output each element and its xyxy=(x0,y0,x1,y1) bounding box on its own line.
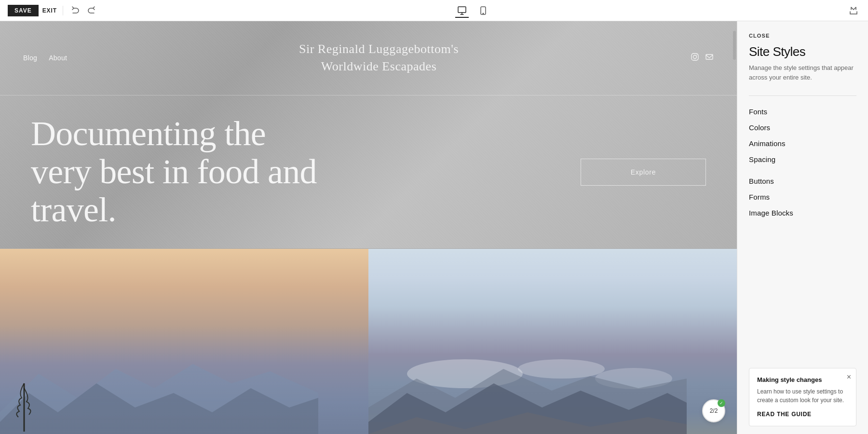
desktop-view-button[interactable] xyxy=(455,3,469,18)
nav-icons xyxy=(691,53,714,63)
image-block-right xyxy=(368,249,737,434)
site-title: Sir Reginald Luggagebottom'sWorldwide Es… xyxy=(299,41,459,76)
hero-content: Documenting the very best in food and tr… xyxy=(0,95,737,249)
svg-point-4 xyxy=(693,55,696,59)
share-button[interactable] xyxy=(847,4,860,17)
redo-icon xyxy=(87,6,96,15)
toolbar: SAVE EXIT xyxy=(0,0,868,21)
site-preview: Blog About Sir Reginald Luggagebottom'sW… xyxy=(0,21,737,434)
nav-item-colors[interactable]: Colors xyxy=(749,120,856,136)
info-box-title: Making style changes xyxy=(757,376,848,383)
exit-button[interactable]: EXIT xyxy=(42,7,57,14)
nav-item-image-blocks[interactable]: Image Blocks xyxy=(749,205,856,221)
explore-button[interactable]: Explore xyxy=(581,159,706,186)
nav-item-fonts[interactable]: Fonts xyxy=(749,104,856,120)
save-button[interactable]: SAVE xyxy=(8,5,39,16)
toolbar-right xyxy=(847,4,860,17)
panel-header: CLOSE Site Styles Manage the style setti… xyxy=(737,21,868,95)
desktop-icon xyxy=(457,5,467,15)
redo-button[interactable] xyxy=(85,4,98,17)
tree-silhouette xyxy=(14,374,34,432)
svg-rect-6 xyxy=(706,54,713,59)
email-icon[interactable] xyxy=(705,53,714,63)
preview-area[interactable]: Blog About Sir Reginald Luggagebottom'sW… xyxy=(0,21,737,434)
svg-point-10 xyxy=(518,359,605,379)
right-panel: CLOSE Site Styles Manage the style setti… xyxy=(737,21,868,434)
nav-item-animations[interactable]: Animations xyxy=(749,136,856,151)
panel-title: Site Styles xyxy=(749,44,856,59)
nav-links: Blog About xyxy=(23,54,67,62)
nav-link-about[interactable]: About xyxy=(49,54,67,62)
hero-headline: Documenting the very best in food and tr… xyxy=(31,115,320,230)
nav-item-spacing[interactable]: Spacing xyxy=(749,151,856,167)
page-counter-label: 2/2 xyxy=(710,407,718,414)
mountain-left-svg xyxy=(0,345,318,434)
share-icon xyxy=(849,6,858,15)
main-area: Blog About Sir Reginald Luggagebottom'sW… xyxy=(0,21,868,434)
info-box-close-button[interactable]: × xyxy=(847,373,851,381)
close-button[interactable]: CLOSE xyxy=(749,33,770,39)
hero-section: Blog About Sir Reginald Luggagebottom'sW… xyxy=(0,21,737,248)
panel-spacer xyxy=(737,229,868,360)
info-box: × Making style changes Learn how to use … xyxy=(749,368,856,426)
toolbar-center xyxy=(102,3,843,18)
mobile-icon xyxy=(478,6,488,15)
nav-item-buttons[interactable]: Buttons xyxy=(749,173,856,189)
counter-check-icon: ✓ xyxy=(718,399,725,407)
mobile-view-button[interactable] xyxy=(476,3,490,18)
toolbar-left: SAVE EXIT xyxy=(8,4,98,17)
mountain-right-svg xyxy=(368,354,687,434)
svg-rect-7 xyxy=(0,417,318,434)
svg-point-2 xyxy=(483,13,484,14)
toolbar-divider xyxy=(63,6,63,15)
nav-item-forms[interactable]: Forms xyxy=(749,189,856,205)
undo-button[interactable] xyxy=(69,4,81,17)
image-block-left xyxy=(0,249,368,434)
info-box-description: Learn how to use style settings to creat… xyxy=(757,387,848,405)
svg-rect-0 xyxy=(458,7,466,13)
panel-nav: Fonts Colors Animations Spacing Buttons … xyxy=(737,96,868,229)
undo-icon xyxy=(71,6,80,15)
nav-section-gap xyxy=(749,167,856,173)
svg-rect-3 xyxy=(692,54,698,60)
page-counter: 2/2 ✓ xyxy=(702,399,725,422)
site-title-block: Sir Reginald Luggagebottom'sWorldwide Es… xyxy=(291,33,466,83)
explore-button-wrap: Explore xyxy=(581,159,706,186)
read-guide-button[interactable]: READ THE GUIDE xyxy=(757,411,812,418)
svg-point-5 xyxy=(696,55,697,56)
panel-description: Manage the style settings that appear ac… xyxy=(749,63,856,82)
site-nav: Blog About Sir Reginald Luggagebottom'sW… xyxy=(0,21,737,95)
image-grid xyxy=(0,248,737,434)
nav-link-blog[interactable]: Blog xyxy=(23,54,37,62)
instagram-icon[interactable] xyxy=(691,53,699,63)
